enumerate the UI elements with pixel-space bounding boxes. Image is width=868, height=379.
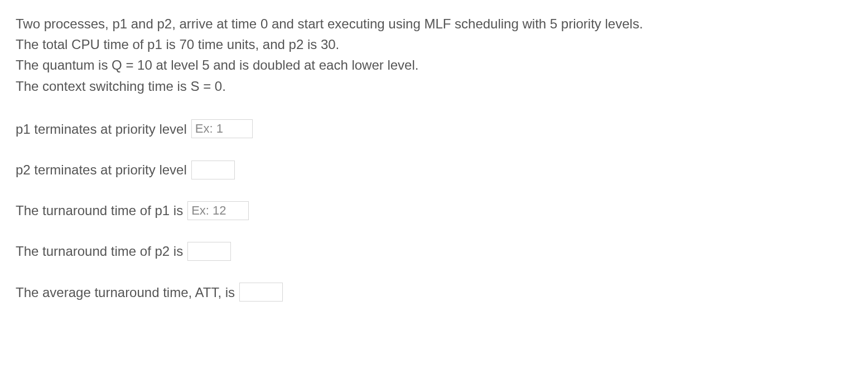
problem-line-1: Two processes, p1 and p2, arrive at time… — [16, 13, 852, 34]
p2-turnaround-input[interactable] — [187, 242, 231, 261]
question-label: p1 terminates at priority level — [16, 119, 187, 139]
problem-line-2: The total CPU time of p1 is 70 time unit… — [16, 34, 852, 55]
att-input[interactable] — [239, 283, 283, 302]
question-row-p2-priority: p2 terminates at priority level — [16, 159, 852, 180]
question-row-p1-turnaround: The turnaround time of p1 is — [16, 200, 852, 221]
question-row-att: The average turnaround time, ATT, is — [16, 282, 852, 303]
questions-section: p1 terminates at priority level p2 termi… — [16, 119, 852, 303]
p1-turnaround-input[interactable] — [187, 201, 249, 220]
question-label: p2 terminates at priority level — [16, 159, 187, 180]
question-label: The turnaround time of p1 is — [16, 200, 183, 221]
question-row-p2-turnaround: The turnaround time of p2 is — [16, 241, 852, 261]
problem-statement: Two processes, p1 and p2, arrive at time… — [16, 13, 852, 96]
problem-line-3: The quantum is Q = 10 at level 5 and is … — [16, 55, 852, 75]
p2-priority-input[interactable] — [191, 161, 235, 179]
p1-priority-input[interactable] — [191, 119, 253, 138]
question-label: The average turnaround time, ATT, is — [16, 282, 235, 303]
question-label: The turnaround time of p2 is — [16, 241, 183, 261]
problem-line-4: The context switching time is S = 0. — [16, 76, 852, 96]
question-row-p1-priority: p1 terminates at priority level — [16, 119, 852, 139]
